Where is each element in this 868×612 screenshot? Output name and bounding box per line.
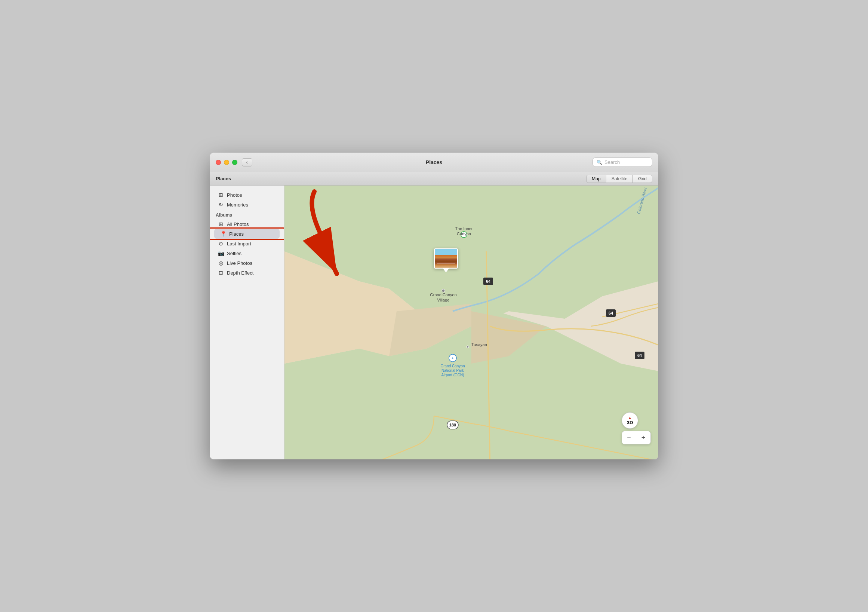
sidebar-item-label: Photos — [227, 192, 242, 198]
back-button[interactable]: ‹ — [242, 158, 252, 166]
3d-label: 3D — [627, 420, 633, 425]
map-controls: ▲ 3D − + — [622, 412, 651, 444]
close-button[interactable] — [216, 160, 221, 165]
svg-point-18 — [442, 289, 445, 292]
svg-text:64: 64 — [486, 279, 491, 284]
photo-pin-triangle — [443, 269, 449, 272]
sidebar-item-live-photos[interactable]: ◎ Live Photos — [212, 258, 282, 268]
sidebar-item-depth-effect[interactable]: ⊟ Depth Effect — [212, 268, 282, 278]
sidebar: ⊞ Photos ↻ Memories Albums ⊞ All Photos … — [210, 186, 284, 459]
grid-view-button[interactable]: Grid — [633, 175, 652, 183]
maximize-button[interactable] — [232, 160, 237, 165]
search-box[interactable]: 🔍 Search — [592, 157, 652, 167]
svg-text:National Park: National Park — [442, 368, 464, 373]
svg-text:Village: Village — [437, 298, 450, 302]
svg-text:64: 64 — [637, 353, 642, 357]
search-icon: 🔍 — [597, 160, 602, 165]
sidebar-item-last-import[interactable]: ⊙ Last Import — [212, 239, 282, 249]
zoom-out-button[interactable]: − — [622, 431, 636, 444]
memories-icon: ↻ — [218, 202, 224, 208]
sidebar-item-label: Live Photos — [227, 260, 252, 266]
svg-point-21 — [467, 346, 469, 348]
main-content: ⊞ Photos ↻ Memories Albums ⊞ All Photos … — [210, 186, 658, 459]
svg-text:Airport (GCN): Airport (GCN) — [441, 373, 464, 377]
satellite-view-button[interactable]: Satellite — [606, 175, 633, 183]
photo-pin-image — [434, 249, 458, 269]
svg-text:The Inner: The Inner — [455, 226, 473, 231]
view-toggle: Map Satellite Grid — [586, 175, 652, 183]
compass-icon: ▲ — [628, 416, 632, 420]
svg-text:+: + — [451, 357, 453, 360]
sidebar-item-label: Selfies — [227, 251, 242, 256]
sidebar-item-label: Places — [229, 231, 244, 237]
selfies-icon: 📷 — [218, 250, 224, 256]
app-window: ‹ Places 🔍 Search Places Map Satellite G… — [210, 153, 658, 459]
svg-text:64: 64 — [609, 311, 614, 315]
toolbar-title: Places — [216, 176, 586, 182]
photos-icon: ⊞ — [218, 192, 224, 198]
sidebar-item-selfies[interactable]: 📷 Selfies — [212, 249, 282, 258]
sidebar-item-places[interactable]: 📍 Places — [214, 229, 280, 239]
svg-text:Grand Canyon: Grand Canyon — [430, 292, 457, 297]
live-photos-icon: ◎ — [218, 260, 224, 266]
sidebar-item-photos[interactable]: ⊞ Photos — [212, 190, 282, 200]
albums-header: Albums — [210, 210, 284, 219]
sidebar-item-memories[interactable]: ↻ Memories — [212, 200, 282, 210]
last-import-icon: ⊙ — [218, 241, 224, 247]
3d-button[interactable]: ▲ 3D — [622, 412, 638, 429]
svg-text:180: 180 — [450, 423, 456, 427]
svg-text:Tusayan: Tusayan — [471, 342, 487, 347]
sidebar-item-label: All Photos — [227, 221, 249, 227]
all-photos-icon: ⊞ — [218, 221, 224, 227]
traffic-lights — [216, 160, 237, 165]
photo-pin[interactable] — [434, 249, 458, 272]
sidebar-item-label: Memories — [227, 202, 248, 208]
toolbar: Places Map Satellite Grid — [210, 172, 658, 186]
sidebar-item-label: Last Import — [227, 241, 251, 247]
sidebar-item-places-wrapper: 📍 Places — [212, 229, 282, 239]
titlebar: ‹ Places 🔍 Search — [210, 153, 658, 172]
zoom-in-button[interactable]: + — [636, 431, 651, 444]
map-area[interactable]: 64 64 64 180 + The Inner Canyon Grand Ca… — [284, 186, 658, 459]
minimize-button[interactable] — [224, 160, 229, 165]
svg-text:Grand Canyon: Grand Canyon — [440, 364, 465, 368]
depth-effect-icon: ⊟ — [218, 270, 224, 276]
zoom-controls: − + — [622, 431, 651, 444]
canyon-photo-thumbnail — [435, 249, 457, 268]
sidebar-item-all-photos[interactable]: ⊞ All Photos — [212, 219, 282, 229]
map-svg: 64 64 64 180 + The Inner Canyon Grand Ca… — [284, 186, 658, 459]
map-view-button[interactable]: Map — [586, 175, 606, 183]
sidebar-item-label: Depth Effect — [227, 270, 253, 276]
search-input[interactable]: Search — [604, 159, 620, 165]
places-icon: 📍 — [220, 231, 226, 237]
window-title: Places — [426, 159, 442, 165]
svg-text:Canyon: Canyon — [457, 231, 471, 236]
